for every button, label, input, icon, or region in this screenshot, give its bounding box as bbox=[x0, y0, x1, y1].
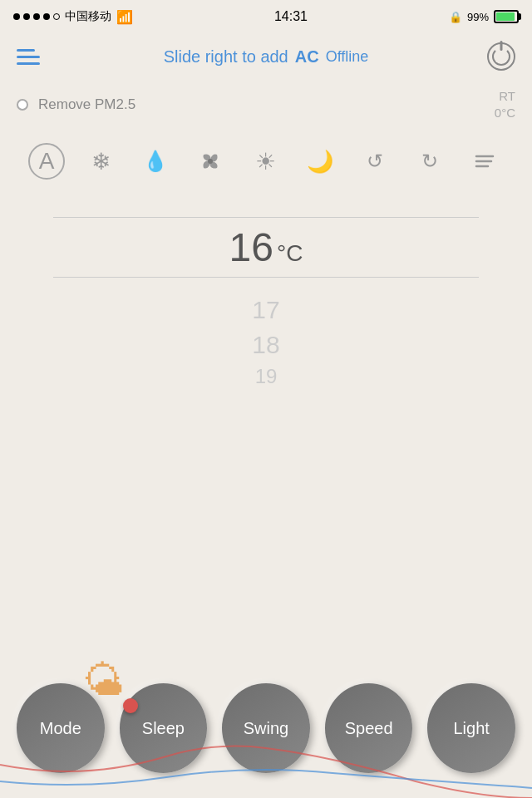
selected-temp-display: 16 °C bbox=[229, 224, 303, 270]
wifi-icon: 📶 bbox=[116, 9, 133, 25]
menu-line-3 bbox=[17, 62, 40, 65]
temp-17: 17 bbox=[252, 293, 279, 328]
carrier-label: 中国移动 bbox=[65, 9, 111, 24]
rt-temp: 0°C bbox=[495, 105, 515, 121]
temperature-scroll[interactable]: 16 °C 17 18 19 bbox=[0, 194, 532, 658]
dot-3 bbox=[33, 13, 40, 20]
battery-icon bbox=[494, 10, 519, 23]
temp-divider-top bbox=[53, 217, 479, 218]
pm25-bar: Remove PM2.5 RT 0°C bbox=[0, 80, 532, 129]
lock-icon: 🔒 bbox=[449, 11, 462, 23]
fan-icon[interactable] bbox=[191, 142, 229, 180]
sun-icon[interactable]: ☀ bbox=[246, 142, 284, 180]
temperature-chart-svg bbox=[0, 682, 532, 798]
dot-2 bbox=[23, 13, 30, 20]
pm25-indicator bbox=[17, 99, 28, 111]
status-bar: 中国移动 📶 14:31 🔒 99% bbox=[0, 0, 532, 33]
dot-4 bbox=[43, 13, 50, 20]
menu-button[interactable] bbox=[17, 49, 40, 65]
dot-5 bbox=[53, 13, 60, 20]
wind-svg bbox=[471, 148, 498, 175]
auto-mode-icon[interactable]: A bbox=[28, 143, 65, 180]
weather-chart: 🌤 bbox=[0, 648, 532, 798]
water-drop-icon[interactable]: 💧 bbox=[136, 142, 175, 180]
menu-line-1 bbox=[17, 49, 35, 52]
main-content: Remove PM2.5 RT 0°C A ❄ 💧 ☀ 🌙 ↺ ↻ bbox=[0, 80, 532, 798]
temp-value: 16 bbox=[229, 224, 273, 270]
status-left: 中国移动 📶 bbox=[13, 9, 133, 25]
status-right: 🔒 99% bbox=[449, 10, 519, 23]
header: Slide right to add AC Offline bbox=[0, 33, 532, 80]
wind-icon[interactable] bbox=[466, 142, 504, 180]
signal-dots bbox=[13, 13, 60, 20]
power-button[interactable] bbox=[487, 42, 515, 71]
swing-up-icon[interactable]: ↺ bbox=[356, 142, 394, 180]
menu-line-2 bbox=[17, 56, 40, 58]
temp-19: 19 bbox=[255, 362, 278, 391]
moon-icon[interactable]: 🌙 bbox=[301, 142, 339, 180]
fan-svg bbox=[197, 148, 224, 175]
ac-label: AC bbox=[295, 47, 319, 66]
slide-text: Slide right to add bbox=[164, 47, 288, 66]
time-display: 14:31 bbox=[274, 9, 308, 24]
header-title: Slide right to add AC Offline bbox=[164, 47, 369, 66]
rt-label: RT bbox=[495, 88, 515, 105]
temp-divider-bottom bbox=[53, 277, 479, 278]
offline-status: Offline bbox=[326, 48, 369, 66]
temp-18: 18 bbox=[252, 328, 279, 362]
temp-below-list: 17 18 19 bbox=[252, 293, 279, 391]
rt-info: RT 0°C bbox=[495, 88, 515, 121]
temp-unit: °C bbox=[277, 240, 303, 267]
dot-1 bbox=[13, 13, 20, 20]
snowflake-icon[interactable]: ❄ bbox=[81, 142, 120, 180]
swing-down-icon[interactable]: ↻ bbox=[411, 142, 449, 180]
power-circle-icon bbox=[492, 47, 510, 66]
mode-icons-row: A ❄ 💧 ☀ 🌙 ↺ ↻ bbox=[0, 129, 532, 194]
battery-fill bbox=[496, 12, 515, 21]
svg-point-0 bbox=[208, 159, 213, 164]
battery-percent: 99% bbox=[467, 11, 489, 23]
pm25-label: Remove PM2.5 bbox=[38, 96, 135, 113]
